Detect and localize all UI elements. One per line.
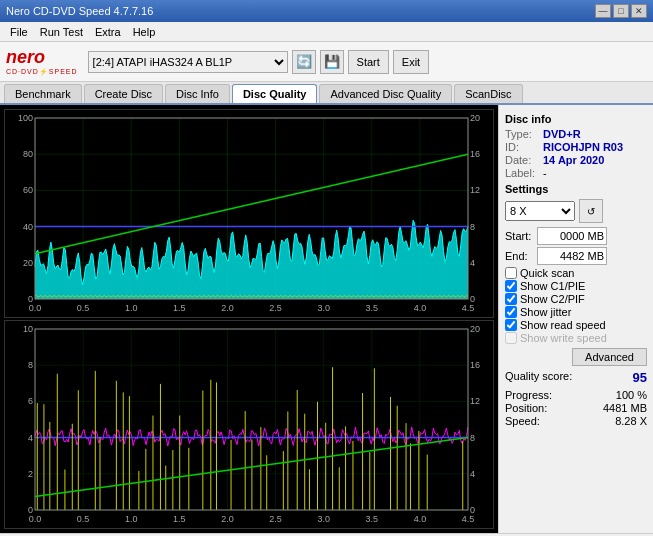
tab-disc-info[interactable]: Disc Info [165,84,230,103]
disc-id-row: ID: RICOHJPN R03 [505,141,647,153]
show-jitter-checkbox[interactable] [505,306,517,318]
speed-select[interactable]: 8 X Max 4 X 12 X [505,201,575,221]
minimize-button[interactable]: — [595,4,611,18]
disc-date-label: Date: [505,154,543,166]
disc-type-row: Type: DVD+R [505,128,647,140]
nero-logo: nero CD·DVD⚡SPEED [6,47,78,76]
title-bar-title: Nero CD-DVD Speed 4.7.7.16 [6,5,153,17]
disc-label-label: Label: [505,167,543,179]
tab-benchmark[interactable]: Benchmark [4,84,82,103]
disc-type-label: Type: [505,128,543,140]
disc-label-value: - [543,167,547,179]
disc-id-label: ID: [505,141,543,153]
end-mb-row: End: [505,247,647,265]
title-bar: Nero CD-DVD Speed 4.7.7.16 — □ ✕ [0,0,653,22]
show-read-speed-label: Show read speed [520,319,606,331]
quick-scan-label: Quick scan [520,267,574,279]
pie-chart-canvas [5,110,493,317]
progress-value: 100 % [616,389,647,401]
refresh-icon[interactable]: 🔄 [292,50,316,74]
drive-select[interactable]: [2:4] ATAPI iHAS324 A BL1P [88,51,288,73]
show-read-speed-row: Show read speed [505,319,647,331]
exit-button[interactable]: Exit [393,50,429,74]
disc-type-value: DVD+R [543,128,581,140]
show-write-speed-label: Show write speed [520,332,607,344]
jitter-chart-canvas [5,321,493,528]
disc-info-title: Disc info [505,113,647,125]
disc-label-row: Label: - [505,167,647,179]
start-mb-label: Start: [505,230,537,242]
settings-title: Settings [505,183,647,195]
close-button[interactable]: ✕ [631,4,647,18]
nero-product: CD·DVD⚡SPEED [6,68,78,76]
menu-file[interactable]: File [4,25,34,39]
speed-row: 8 X Max 4 X 12 X ↺ [505,199,647,223]
show-jitter-row: Show jitter [505,306,647,318]
menu-runtest[interactable]: Run Test [34,25,89,39]
menu-bar: File Run Test Extra Help [0,22,653,42]
show-c2-checkbox[interactable] [505,293,517,305]
position-label: Position: [505,402,547,414]
speed-label: Speed: [505,415,540,427]
tab-scan-disc[interactable]: ScanDisc [454,84,522,103]
show-write-speed-checkbox [505,332,517,344]
progress-row: Progress: 100 % [505,389,647,401]
start-mb-row: Start: [505,227,647,245]
start-mb-input[interactable] [537,227,607,245]
disc-date-row: Date: 14 Apr 2020 [505,154,647,166]
quick-scan-checkbox[interactable] [505,267,517,279]
menu-extra[interactable]: Extra [89,25,127,39]
show-c1-row: Show C1/PIE [505,280,647,292]
progress-label: Progress: [505,389,552,401]
tab-advanced-disc-quality[interactable]: Advanced Disc Quality [319,84,452,103]
show-c1-checkbox[interactable] [505,280,517,292]
menu-help[interactable]: Help [127,25,162,39]
end-mb-label: End: [505,250,537,262]
tabs: Benchmark Create Disc Disc Info Disc Qua… [0,82,653,105]
speed-value: 8.28 X [615,415,647,427]
maximize-button[interactable]: □ [613,4,629,18]
position-value: 4481 MB [603,402,647,414]
show-c2-label: Show C2/PIF [520,293,585,305]
upper-chart [4,109,494,318]
speed-refresh-icon[interactable]: ↺ [579,199,603,223]
quick-scan-row: Quick scan [505,267,647,279]
position-row: Position: 4481 MB [505,402,647,414]
lower-chart [4,320,494,529]
quality-row: Quality score: 95 [505,370,647,385]
end-mb-input[interactable] [537,247,607,265]
progress-section: Progress: 100 % Position: 4481 MB Speed:… [505,389,647,427]
disc-date-value: 14 Apr 2020 [543,154,604,166]
tab-disc-quality[interactable]: Disc Quality [232,84,318,103]
disc-id-value: RICOHJPN R03 [543,141,623,153]
nero-brand: nero [6,47,45,68]
main-content: Disc info Type: DVD+R ID: RICOHJPN R03 D… [0,105,653,533]
tab-create-disc[interactable]: Create Disc [84,84,163,103]
toolbar: nero CD·DVD⚡SPEED [2:4] ATAPI iHAS324 A … [0,42,653,82]
show-c2-row: Show C2/PIF [505,293,647,305]
speed-row-prog: Speed: 8.28 X [505,415,647,427]
start-button[interactable]: Start [348,50,389,74]
charts-area [0,105,498,533]
show-jitter-label: Show jitter [520,306,571,318]
show-read-speed-checkbox[interactable] [505,319,517,331]
advanced-button[interactable]: Advanced [572,348,647,366]
title-bar-buttons: — □ ✕ [595,4,647,18]
show-write-speed-row: Show write speed [505,332,647,344]
right-panel: Disc info Type: DVD+R ID: RICOHJPN R03 D… [498,105,653,533]
quality-score: 95 [633,370,647,385]
show-c1-label: Show C1/PIE [520,280,585,292]
quality-label: Quality score: [505,370,572,385]
save-icon[interactable]: 💾 [320,50,344,74]
